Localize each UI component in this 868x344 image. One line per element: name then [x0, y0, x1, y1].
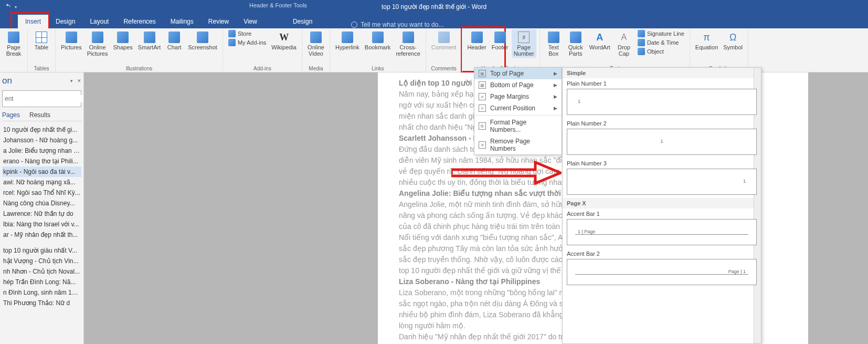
gallery-item-accent-bar-1[interactable]: 1 | Page	[567, 219, 757, 245]
nav-heading-item[interactable]: Johansson - Nữ hoàng g...	[2, 135, 81, 145]
quick-parts-button[interactable]: Quick Parts	[565, 29, 586, 58]
table-button[interactable]: Table	[31, 29, 52, 51]
store-button[interactable]: Store	[226, 29, 268, 38]
menu-remove-page-numbers[interactable]: ✕ Remove Page Numbers	[474, 135, 562, 154]
navigation-search[interactable]: 🔍▾	[2, 90, 81, 107]
menu-separator	[474, 115, 562, 116]
nav-heading-item[interactable]: hật Vượng - Chủ tịch Vin...	[2, 256, 81, 266]
contextual-tab-title: Header & Footer Tools	[249, 2, 307, 8]
nav-heading-item[interactable]: awi: Nữ hoàng mạng xã...	[2, 177, 81, 187]
quick-access-toolbar: ▾	[0, 3, 17, 11]
page-number-icon: #	[518, 32, 530, 43]
tab-design[interactable]: Design	[48, 15, 82, 28]
group-text: Text Box Quick Parts AWordArt ADrop Cap …	[540, 28, 690, 72]
hyperlink-button[interactable]: Hyperlink	[333, 29, 362, 58]
wikipedia-button[interactable]: WWikipedia	[269, 29, 299, 51]
navigation-tabs: Pages Results	[2, 111, 81, 121]
cross-reference-button[interactable]: Cross- reference	[394, 29, 422, 58]
menu-top-of-page[interactable]: ▦ Top of Page ▶	[474, 68, 562, 79]
drop-cap-button[interactable]: ADrop Cap	[613, 29, 634, 58]
format-icon: ⚙	[479, 122, 486, 130]
nav-heading-item[interactable]: lbia: Nàng thơ Israel với v...	[2, 219, 81, 230]
nav-heading-item[interactable]: rcel: Ngôi sao Thổ Nhĩ Kỳ...	[2, 187, 81, 198]
nav-heading-item[interactable]: Lawrence: Nữ thần tự do	[2, 209, 81, 219]
pictures-button[interactable]: Pictures	[59, 29, 84, 58]
tell-me-placeholder: Tell me what you want to do...	[361, 21, 443, 28]
header-icon	[471, 32, 483, 43]
tab-view[interactable]: View	[236, 15, 264, 28]
tab-mailings[interactable]: Mailings	[163, 15, 201, 28]
menu-bottom-of-page[interactable]: ▦ Bottom of Page ▶	[474, 79, 562, 91]
gallery-item-label: Accent Bar 1	[563, 209, 761, 218]
gallery-item-plain-number-1[interactable]: 1	[567, 89, 757, 115]
nav-heading-item[interactable]: ar - Mỹ nhân đẹp nhất th...	[2, 230, 81, 240]
date-time-button[interactable]: Date & Time	[636, 38, 686, 47]
menu-format-page-numbers[interactable]: ⚙ Format Page Numbers...	[474, 117, 562, 135]
nav-heading-item[interactable]: n Đình Long, sinh năm 19...	[2, 287, 81, 298]
bookmark-button[interactable]: Bookmark	[363, 29, 393, 58]
signature-icon	[638, 30, 645, 37]
ribbon: Page Break Table Tables Pictures Online …	[0, 28, 868, 72]
nav-heading-item[interactable]: a Jolie: Biểu tượng nhan s...	[2, 145, 81, 156]
bookmark-icon	[372, 32, 384, 43]
search-input[interactable]	[5, 95, 83, 102]
tell-me-search[interactable]: Tell me what you want to do...	[351, 21, 443, 28]
nav-heading-item[interactable]: nh Nhơn - Chủ tịch Noval...	[2, 266, 81, 277]
symbol-button[interactable]: ΩSymbol	[721, 29, 745, 51]
equation-icon: π	[701, 32, 713, 43]
nav-heading-item[interactable]: Thi Phương Thảo: Nữ d	[2, 298, 81, 308]
gallery-item-plain-number-3[interactable]: 1	[567, 169, 757, 195]
shapes-button[interactable]: Shapes	[111, 29, 135, 58]
tab-context-design[interactable]: Design	[285, 15, 320, 28]
qat-dropdown-icon[interactable]: ▾	[15, 5, 17, 9]
comment-button[interactable]: Comment	[429, 29, 459, 51]
menu-current-position[interactable]: # Current Position ▶	[474, 102, 562, 114]
object-button[interactable]: Object	[636, 47, 686, 56]
tab-references[interactable]: References	[116, 15, 163, 28]
nav-tab-results[interactable]: Results	[29, 111, 50, 119]
page-number-button[interactable]: #Page Number	[512, 29, 536, 58]
tab-layout[interactable]: Layout	[82, 15, 116, 28]
navigation-pane: on ▾ ✕ 🔍▾ Pages Results 10 người đẹp nhấ…	[0, 72, 84, 344]
tab-insert[interactable]: Insert	[18, 15, 48, 28]
group-tables: Table Tables	[28, 28, 56, 72]
nav-heading-item[interactable]: 10 người đẹp nhất thế gi...	[2, 124, 81, 135]
my-addins-button[interactable]: My Add-ins	[226, 38, 268, 47]
online-pictures-button[interactable]: Online Pictures	[85, 29, 110, 58]
gallery-item-label: Accent Bar 2	[563, 248, 761, 258]
wordart-button[interactable]: AWordArt	[587, 29, 612, 58]
group-label-addins: Add-ins	[223, 66, 302, 71]
group-label-illustrations: Illustrations	[56, 66, 223, 71]
nav-heading-item[interactable]: hép Trần Đình Long: Nă...	[2, 277, 81, 287]
smartart-button[interactable]: SmartArt	[136, 29, 163, 58]
footer-button[interactable]: Footer	[490, 29, 511, 58]
nav-tab-pages[interactable]: Pages	[2, 111, 20, 119]
nav-heading-item[interactable]: top 10 người giàu nhất V...	[2, 245, 81, 256]
equation-button[interactable]: πEquation	[693, 29, 720, 51]
hyperlink-icon	[342, 32, 353, 43]
comment-icon	[438, 32, 450, 43]
header-button[interactable]: Header	[465, 29, 489, 58]
group-label-media: Media	[302, 66, 330, 71]
screenshot-button[interactable]: Screenshot	[186, 29, 219, 58]
nav-dropdown-icon[interactable]: ▾ ✕	[70, 78, 81, 84]
group-label-tables: Tables	[28, 66, 55, 71]
undo-icon[interactable]	[4, 3, 12, 11]
online-video-button[interactable]: Online Video	[305, 29, 326, 58]
nav-heading-item[interactable]: Nàng công chúa Disney...	[2, 198, 81, 209]
chart-button[interactable]: Chart	[164, 29, 185, 58]
page-break-button[interactable]: Page Break	[3, 29, 24, 58]
nav-heading-item[interactable]: kpink - Ngôi sao đa tài v...	[2, 166, 81, 177]
group-links: Hyperlink Bookmark Cross- reference Link…	[330, 28, 426, 72]
lightbulb-icon	[351, 22, 357, 28]
gallery-item-label: Plain Number 2	[563, 118, 761, 128]
tab-review[interactable]: Review	[201, 15, 236, 28]
nav-heading-item[interactable]: erano - Nàng thơ tại Phili...	[2, 156, 81, 166]
group-addins: Store My Add-ins WWikipedia Add-ins	[223, 28, 302, 72]
gallery-item-plain-number-2[interactable]: 1	[567, 129, 757, 155]
menu-page-margins[interactable]: # Page Margins ▶	[474, 91, 562, 102]
wordart-icon: A	[594, 32, 606, 43]
text-box-button[interactable]: Text Box	[543, 29, 564, 58]
signature-line-button[interactable]: Signature Line	[636, 29, 686, 38]
gallery-item-accent-bar-2[interactable]: Page | 1	[567, 259, 757, 285]
